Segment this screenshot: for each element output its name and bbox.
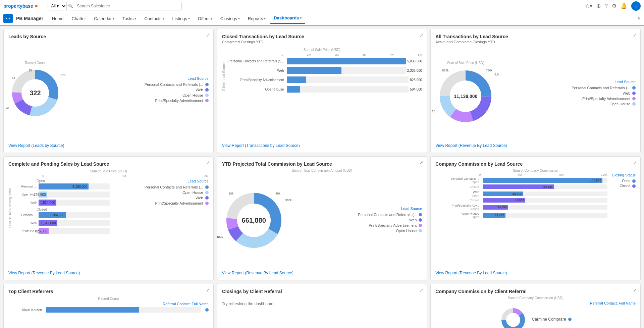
ccr-legend-label-0: Carmine Comprare [532, 317, 566, 322]
cc-bar-4: Print/Specialty Adv... Closed 24,750 [435, 204, 607, 211]
notifications-icon[interactable]: 🔔 [621, 3, 627, 9]
cc-track-4: 24,750 [483, 205, 607, 210]
cp-bar-3: Personal ... 2,304,500 [13, 212, 110, 218]
cc-group-4: Print/Specialty Adv... [451, 204, 479, 207]
legend-title-cc: Closing Status [609, 173, 636, 177]
cc-fill-2: 38,619 [483, 192, 523, 196]
nav-calendar[interactable]: Calendar ▾ [91, 13, 118, 24]
cp-bar-fill-2: 1,524,000 [39, 200, 56, 206]
cc-track-1: 69,135 [483, 184, 607, 189]
nav-contacts[interactable]: Contacts ▾ [141, 13, 167, 24]
nav-dashboards[interactable]: Dashboards ▾ [270, 13, 305, 24]
legend-all-dot-2 [632, 97, 636, 100]
nav-edit-icon[interactable]: ✎ [637, 16, 641, 21]
top-bar: propertybase ● All ▾ 🔍 ☆▾ ⊕ ? ⚙ 🔔 U [0, 0, 644, 12]
view-report-all[interactable]: View Report (Revenue By Lead Source) [435, 141, 636, 148]
view-report-ytd[interactable]: View Report (Revenue By Lead Source) [222, 268, 422, 275]
cc-bar-0: Personal Contacts ... Open 115,865 [435, 177, 607, 184]
cp-bar-fill-0: 4,193,000 [39, 183, 89, 189]
tick-4m: 4M [390, 53, 394, 56]
cp-bar-2: Web 1,524,000 [13, 200, 110, 206]
search-filter[interactable]: All ▾ [48, 2, 67, 10]
view-report-cc[interactable]: View Report (Revenue By Lead Source) [435, 268, 636, 275]
cc-fill-3: 41,850 [483, 198, 525, 203]
donut-sum-label-all: Sum of Sale Price (USD) [435, 61, 496, 65]
bar-label-1: Web [227, 69, 284, 72]
app-icon: ⋯ [3, 14, 13, 23]
legend-cc-dot-1 [632, 184, 636, 188]
donut-value-ytd: 661,880 [242, 216, 266, 224]
nav-offers[interactable]: Offers ▾ [195, 13, 216, 24]
cc-tick-120k: 120k [601, 173, 607, 176]
search-input[interactable] [74, 2, 181, 10]
donut-label-78: 78 [6, 106, 9, 110]
expand-closed[interactable]: ⤢ [419, 33, 423, 38]
cc-group-0: Personal Contacts ... [451, 177, 479, 180]
axis-label-cp: Sum of Sale Price (USD) [8, 169, 209, 173]
card-title-all: All Transactions by Lead Source [435, 34, 636, 39]
bar-row-2: Print/Specialty Advertisement 825,000 [227, 76, 422, 83]
tcr-bar-0: Klaus Kaufen [8, 307, 209, 313]
legend-cp-dot-0 [205, 185, 209, 189]
legend-cp-1: Open House [111, 190, 208, 195]
y-axis-label-closed: Client Lead Source [222, 58, 226, 95]
tick-cp-6m: 6M [204, 174, 209, 178]
bar-track-0 [287, 58, 406, 64]
card-title-cc: Company Commission by Lead Source [435, 161, 636, 167]
card-top-referrers: Top Client Referrers ⤢ Record Count Refe… [3, 284, 214, 328]
expand-leads[interactable]: ⤢ [206, 33, 210, 38]
legend-cp-label-3: Print/Specialty Advertisement [155, 201, 203, 205]
cp-bar-label-4: Web [13, 221, 37, 225]
tick-cp-3m: 3M [122, 174, 126, 178]
chart-cc: Sum of Company Commission 0 40k 80k 120k… [435, 167, 636, 268]
tcr-axis: Record Count [8, 297, 209, 300]
donut-ytd: 661,880 383k 184k 50k 45k [222, 188, 286, 252]
help-icon[interactable]: ? [605, 3, 608, 9]
expand-cc[interactable]: ⤢ [633, 160, 637, 165]
nav-tasks[interactable]: Tasks ▾ [119, 13, 140, 24]
nav-reports[interactable]: Reports ▾ [245, 13, 269, 24]
cc-label-4: Print/Specialty Adv... Closed [435, 204, 479, 211]
donut-center-ytd: 661,880 [242, 216, 266, 224]
nav-chatter[interactable]: Chatter [68, 13, 90, 24]
tick-0: 0 [282, 53, 283, 56]
legend-title-ytd: Lead Source [296, 207, 422, 211]
cp-bar-track-0: 4,193,000 [39, 183, 110, 189]
legend-all-dot-0 [632, 86, 636, 90]
expand-tcr[interactable]: ⤢ [206, 287, 210, 293]
expand-cbr[interactable]: ⤢ [419, 287, 423, 293]
cc-tick-40k: 40k [518, 173, 523, 176]
legend-ytd-dot-1 [419, 218, 422, 222]
nav-home[interactable]: Home [49, 13, 67, 24]
view-report-cp[interactable]: View Report (Revenue By Lead Source) [8, 268, 209, 275]
expand-ytd[interactable]: ⤢ [419, 160, 423, 165]
cc-label-3: Closed [435, 199, 479, 202]
donut-value-all: 11,138,000 [454, 94, 477, 99]
ytd-label-383k: 383k [285, 199, 292, 202]
cp-bar-4: Web 1,542,000 [13, 220, 110, 226]
bar-track-3 [287, 86, 409, 93]
add-icon[interactable]: ⊕ [596, 3, 601, 9]
view-report-leads[interactable]: View Report (Leads by Source) [8, 141, 209, 148]
cc-track-2: 38,619 [483, 192, 607, 196]
cp-bars: Open Personal ... 4,193,000 Open Ho... 7… [13, 179, 110, 236]
settings-icon[interactable]: ⚙ [612, 3, 616, 9]
expand-ccr[interactable]: ⤢ [633, 287, 637, 293]
card-title-ccr: Company Commission by Client Referral [435, 289, 636, 294]
legend-ytd-dot-0 [419, 213, 422, 216]
nav-listings[interactable]: Listings ▾ [169, 13, 193, 24]
favorites-icon[interactable]: ☆▾ [585, 3, 592, 9]
expand-all[interactable]: ⤢ [633, 33, 637, 38]
card-title-ytd: YTD Projected Total Commission by Lead S… [222, 161, 422, 167]
nav-bar: ⋯ PB Manager Home Chatter Calendar ▾ Tas… [0, 12, 644, 25]
view-report-closed[interactable]: View Report (Transactions by Lead Source… [222, 141, 422, 148]
cp-y-axis: Lead Source > Closing Status [8, 179, 12, 236]
avatar[interactable]: U [631, 1, 641, 11]
logo-dot: ● [35, 2, 38, 9]
ytd-label-184k: 184k [217, 235, 223, 239]
expand-cp[interactable]: ⤢ [206, 160, 210, 165]
cc-status-2: Open [472, 194, 479, 197]
legend-cc-1: Closed [609, 184, 636, 188]
nav-closings[interactable]: Closings ▾ [217, 13, 243, 24]
ccr-donut [500, 307, 527, 328]
